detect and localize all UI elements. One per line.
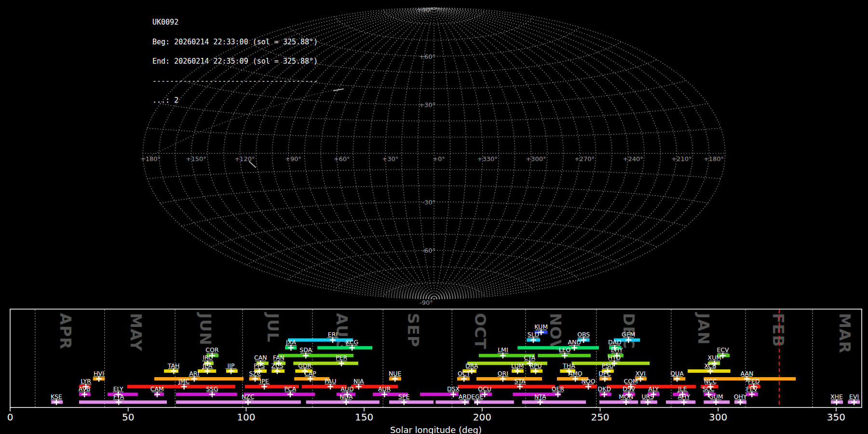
x-tick-label: 50 [122, 411, 134, 423]
shower-code-label: COM [624, 378, 637, 385]
shower-RPU: RPU [529, 362, 542, 374]
shower-DSX: DSX [420, 385, 460, 397]
activity-bar [559, 385, 597, 388]
shower-code-label: GEM [622, 331, 635, 338]
activity-bar [154, 377, 244, 380]
shower-IIP: IIP [226, 362, 238, 374]
shower-DPC: DPC [598, 370, 611, 382]
shower-code-label: SDA [299, 346, 312, 353]
shower-code-label: KUM [534, 323, 548, 330]
shower-code-label: FEV [746, 385, 758, 393]
shower-NUE: NUE [389, 370, 401, 382]
month-label: FEB [769, 313, 787, 347]
activity-bar [288, 339, 353, 342]
shower-JXA: JXA [285, 339, 297, 351]
activity-bar [176, 393, 237, 396]
shower-code-label: OHY [734, 393, 747, 400]
shower-code-label: QUA [670, 370, 684, 377]
shower-XHE: XHE [830, 393, 843, 405]
month-label: MAR [836, 313, 854, 353]
shower-FEV: FEV [746, 385, 758, 397]
shower-code-label: ALY [648, 385, 659, 393]
activity-bar [317, 346, 372, 350]
shower-code-label: THA [562, 362, 575, 369]
shower-SLD: SLD [527, 331, 540, 343]
shower-code-label: HVI [94, 370, 104, 377]
shower-code-label: ZCS [271, 362, 283, 369]
shower-code-label: XHE [830, 393, 843, 400]
shower-XCB: XCB [688, 362, 731, 374]
shower-code-label: FED [748, 378, 760, 385]
shower-ZCS: ZCS [271, 362, 285, 374]
shower-code-label: SLD [528, 331, 540, 338]
shower-code-label: DSX [447, 385, 460, 393]
shower-EVI: EVI [848, 393, 860, 405]
activity-bar [476, 377, 542, 380]
shower-code-label: SPE [398, 393, 409, 400]
activity-bar [302, 385, 347, 388]
shower-code-label: NUE [389, 370, 401, 377]
shower-HVI: HVI [93, 370, 105, 382]
activity-bar [389, 400, 434, 404]
shower-code-label: EHY [611, 346, 623, 353]
month-label: APR [56, 313, 75, 350]
shower-code-label: NCC [704, 378, 717, 385]
shower-code-label: FAN [273, 354, 285, 361]
shower-code-label: LEO [559, 346, 571, 353]
shower-code-label: CAN [254, 354, 267, 361]
shower-code-label: SCC [702, 385, 715, 393]
month-label: JUL [264, 312, 282, 342]
shower-code-label: OBS [577, 331, 590, 338]
shower-code-label: ELY [113, 385, 123, 393]
shower-code-label: NDA [339, 393, 353, 400]
shower-code-label: AUD [340, 385, 353, 393]
shower-EGE: EGE [471, 393, 514, 405]
shower-code-label: CAM [150, 385, 164, 393]
month-label: SEP [404, 313, 422, 347]
shower-code-label: IIP [228, 362, 235, 369]
shower-code-label: JMC [178, 378, 190, 385]
shower-code-label: NIA [353, 378, 364, 385]
x-tick-label: 250 [591, 411, 609, 423]
shower-code-label: FTA [113, 393, 124, 400]
shower-code-label: ERI [328, 331, 338, 338]
activity-bar [244, 393, 315, 396]
shower-FTA: FTA [79, 393, 167, 405]
shower-code-label: TAH [167, 362, 180, 369]
shower-code-label: AND [568, 339, 581, 346]
x-tick-label: 200 [473, 411, 491, 423]
shower-code-label: PPS [254, 362, 265, 369]
shower-code-label: CAP [304, 370, 316, 377]
shower-code-label: LYR [81, 378, 91, 385]
shower-code-label: KSE [51, 393, 62, 400]
shower-code-label: MON [619, 393, 633, 400]
shower-code-label: NTA [534, 393, 546, 400]
activity-bar [599, 400, 638, 404]
shower-code-label: AHY [678, 393, 690, 400]
shower-code-label: PSU [602, 362, 614, 369]
shower-code-label: GUM [709, 393, 723, 400]
shower-KSE: KSE [51, 393, 63, 405]
month-label: OCT [471, 313, 489, 350]
shower-code-label: OER [552, 385, 565, 393]
activity-bar [306, 400, 380, 404]
shower-code-label: NOO [582, 378, 596, 385]
shower-NDA: NDA [306, 393, 380, 405]
x-tick-label: 0 [7, 411, 14, 423]
month-label: JUN [196, 312, 215, 346]
shower-code-label: DAD [608, 339, 622, 346]
shower-code-label: PAU [325, 378, 336, 385]
shower-CAM: CAM [150, 385, 164, 397]
shower-code-label: SSG [206, 385, 218, 393]
x-tick-label: 150 [355, 411, 373, 423]
shower-code-label: CTA [524, 354, 535, 361]
shower-rows: KUMERISLDOBSGEMJXAKCGANDDADCORSDALMILEOE… [51, 323, 860, 405]
activity-bar [79, 400, 167, 404]
activity-bar [176, 400, 301, 404]
shower-code-label: XCB [705, 362, 717, 369]
x-axis: 050100150200250300350Solar longitude (de… [7, 407, 845, 434]
shower-code-label: EGE [471, 393, 484, 400]
shower-code-label: DRA [465, 362, 478, 369]
shower-code-label: SZC [249, 370, 261, 377]
shower-code-label: DKD [598, 385, 611, 393]
